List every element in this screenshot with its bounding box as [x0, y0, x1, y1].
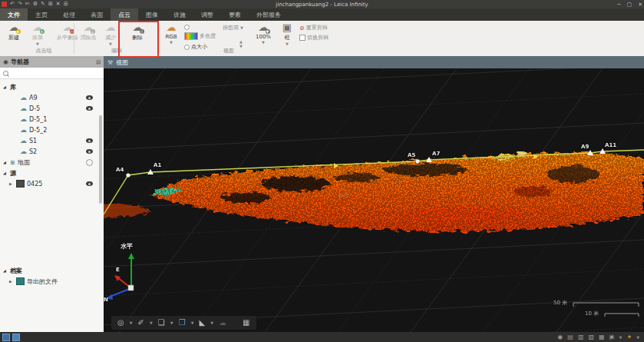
new-pointcloud-button[interactable]: ☁★ 新建 [1, 22, 27, 49]
collapsed-arrow-icon[interactable]: ▶ [9, 181, 14, 186]
cloud-faint-icon[interactable]: ☁ [219, 319, 226, 327]
tree-section-source[interactable]: ◢ 源 [0, 168, 104, 178]
tree-scrollbar[interactable] [99, 115, 102, 204]
minimize-button[interactable]: ─ [617, 2, 620, 8]
snap-icon[interactable]: ✦ [626, 334, 632, 340]
density-button[interactable]: ☁▼ 100% ▼ [250, 22, 276, 49]
add-to-pointcloud-button[interactable]: ☁+ 添加 ▼ [26, 22, 49, 49]
marker-label[interactable]: A7 [432, 151, 440, 157]
panel-window-icon-2[interactable] [12, 334, 20, 341]
multi-hue-row[interactable]: 多色度 [184, 32, 216, 40]
toggle-clip-checkbox[interactable]: 切换剪辑 [299, 34, 329, 42]
tree-item-d5[interactable]: ☁ D-5 [0, 103, 104, 114]
chevron-down-icon[interactable]: ▼ [636, 335, 639, 340]
by-layer-dropdown[interactable]: 按图层 ▼ [223, 24, 243, 32]
tab-point-clouds[interactable]: 点云 [111, 8, 138, 21]
marker-label[interactable]: A9 [581, 144, 589, 150]
viewport-title: 视图 [116, 58, 128, 67]
chevron-down-icon[interactable]: ▼ [130, 320, 133, 325]
navigator-icon: ◉ [3, 58, 8, 65]
visibility-eye-icon[interactable] [86, 106, 93, 111]
tab-infrastructure[interactable]: 设施 [166, 8, 193, 21]
visibility-eye-icon[interactable] [86, 149, 93, 154]
search-input[interactable] [11, 69, 101, 78]
collapsed-arrow-icon[interactable]: ▶ [9, 279, 14, 284]
reset-clip-button[interactable]: ⊘ 重置剪辑 [299, 24, 328, 32]
pin-icon[interactable]: ⊡ [96, 59, 101, 65]
cloud-point-label: D-3 [339, 193, 348, 199]
visibility-eye-icon[interactable] [86, 138, 93, 143]
tab-features[interactable]: 要素 [221, 8, 249, 21]
view-cube-icon[interactable]: ❏ [158, 319, 165, 327]
tab-imaging[interactable]: 图像 [138, 8, 166, 21]
table-icon[interactable]: ▧ [588, 334, 594, 340]
layers-cube-icon[interactable]: ❐ [179, 319, 186, 327]
clip-flag-icon[interactable]: ◣ [200, 319, 206, 327]
globe-icon[interactable]: ◉ [557, 334, 563, 340]
chevron-down-icon[interactable]: ▼ [150, 320, 153, 325]
box-view-button[interactable]: ▣ 框 ▼ [276, 22, 298, 49]
tab-surfaces[interactable]: 表面 [83, 8, 111, 21]
tree-item-s1[interactable]: ☁ S1 [0, 135, 104, 146]
pointcloud-icon: ☁ [20, 105, 27, 112]
cloud-clear-icon: ☁↓ [84, 22, 94, 34]
expand-arrow-icon[interactable]: ◢ [3, 85, 8, 89]
close-button[interactable]: ✕ [638, 2, 642, 8]
radio-icon [184, 25, 190, 30]
tree-item-d5-1[interactable]: ☁ D-5_1 [0, 114, 104, 125]
measure-pencil-icon[interactable]: ✐ [138, 319, 144, 327]
chevron-down-icon: ▼ [262, 40, 265, 45]
chevron-down-icon[interactable]: ▼ [619, 335, 623, 340]
tree-section-library[interactable]: ◢ 库 [0, 81, 104, 92]
tab-file[interactable]: 文件 [0, 8, 28, 21]
expand-arrow-icon[interactable]: ◢ [3, 160, 8, 164]
tree-item-a9[interactable]: ☁ A9 [0, 92, 104, 103]
tab-adjustments[interactable]: 调整 [193, 8, 221, 21]
visibility-eye-icon[interactable] [86, 95, 93, 100]
navigator-panel: ◉ 导航器 ⊡ ◢ 库 ☁ A9 ☁ D-5 ☁ [0, 56, 105, 332]
multi-hue-option[interactable] [184, 25, 190, 30]
expand-arrow-icon[interactable]: ◢ [3, 171, 8, 175]
marker-label[interactable]: A5 [408, 152, 415, 158]
cloud-remove-icon: ☁− [63, 22, 73, 34]
wrench-icon: ⚒ [107, 59, 113, 66]
grid-icon[interactable]: ▦ [599, 334, 605, 340]
ribbon: ☁★ 新建 ☁+ 添加 ▼ ☁− 从中删除 点云组 ☁↓ 清除点 ☁ 减少 [0, 21, 644, 57]
tree-section-archive[interactable]: ◢ 档案 [0, 265, 104, 276]
tree-item-s2[interactable]: ☁ S2 [0, 146, 104, 157]
grid-toggle-icon[interactable]: ▦ [243, 319, 249, 327]
visibility-eye-icon[interactable] [86, 181, 93, 186]
pointcloud-icon: ☁ [20, 148, 27, 155]
layout-icon[interactable]: ▥ [578, 334, 584, 340]
maximize-button[interactable]: ▢ [627, 2, 632, 8]
chevron-down-icon[interactable]: ▼ [170, 320, 173, 325]
tree-item-d5-2[interactable]: ☁ D-5_2 [0, 125, 104, 135]
application-window: ↶ ↷ ✄ ⚙ ✎ ⊞ ✕ ☰ jinchangpankuang2 - Leic… [0, 0, 644, 342]
annotation-highlight-box [118, 21, 159, 58]
checkbox-icon [299, 35, 305, 41]
chevron-down-icon[interactable]: ▼ [210, 320, 213, 325]
orbit-icon[interactable]: ◎ [117, 319, 124, 327]
rgb-coloring-button[interactable]: ☁ RGB ▼ [160, 22, 183, 49]
report-icon[interactable]: ▤ [567, 334, 573, 340]
ribbon-tab-bar: 文件 主页 处理 表面 点云 图像 设施 调整 要素 外部服务 [0, 8, 644, 21]
tree-node-ground[interactable]: ◢ ≋ 地面 [0, 157, 104, 168]
chevron-down-icon[interactable]: ▼ [191, 320, 194, 325]
exported-files-icon [16, 277, 25, 285]
expand-arrow-icon[interactable]: ◢ [3, 268, 8, 273]
unit-label[interactable]: 米 [609, 334, 615, 341]
viewport-3d-canvas[interactable]: A4 A1 A5 A7 A9 A11 D-3 水平 E N 50 米 10 米 … [104, 68, 644, 332]
cloud-rgb-icon: ☁ [167, 22, 177, 34]
tab-home[interactable]: 主页 [28, 8, 55, 21]
marker-label[interactable]: A11 [605, 142, 616, 148]
ribbon-group-edit: ☁↓ 清除点 ☁ 减少 ▼ ☁▯ 删除 编辑 [74, 21, 159, 55]
loading-spinner-icon [86, 159, 93, 166]
tab-services[interactable]: 外部服务 [249, 8, 289, 21]
marker-label[interactable]: A4 [116, 167, 124, 173]
tab-processing[interactable]: 处理 [55, 8, 83, 21]
panel-window-icon[interactable] [2, 334, 10, 341]
tree-item-exported-files[interactable]: ▶ 导出的文件 [0, 276, 104, 287]
marker-label[interactable]: A1 [154, 162, 161, 168]
tree-item-0425[interactable]: ▶ 0425 [0, 178, 104, 189]
clear-points-button[interactable]: ☁↓ 清除点 [75, 22, 101, 49]
